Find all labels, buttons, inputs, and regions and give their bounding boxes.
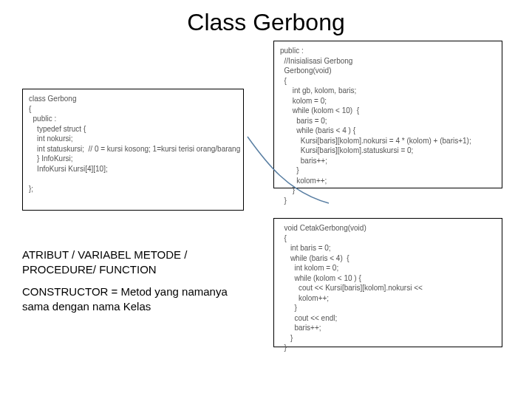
note-constructor: CONSTRUCTOR = Metod yang namanya sama de… — [22, 284, 251, 313]
code-box-constructor: public : //Inisialisasi Gerbong Gerbong(… — [273, 41, 502, 188]
code-box-class-def: class Gerbong { public : typedef struct … — [22, 89, 244, 211]
code-box-method: void CetakGerbong(void) { int baris = 0;… — [273, 218, 502, 347]
note-attribute-method: ATRIBUT / VARIABEL METODE / PROCEDURE/ F… — [22, 248, 251, 276]
slide-title: Class Gerbong — [0, 9, 532, 36]
